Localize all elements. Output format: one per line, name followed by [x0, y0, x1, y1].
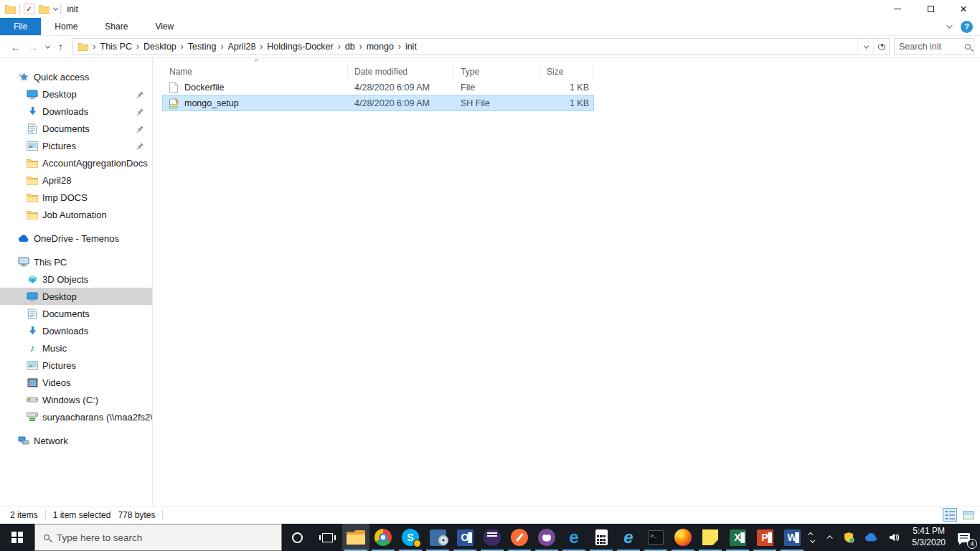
explorer-search-box[interactable]	[894, 38, 974, 55]
cortana-button[interactable]	[282, 524, 312, 551]
taskbar-app-calculator[interactable]	[588, 524, 615, 551]
refresh-button[interactable]	[873, 39, 889, 55]
breadcrumb-init[interactable]: init	[402, 42, 420, 52]
tab-home[interactable]: Home	[41, 18, 91, 35]
taskbar-app-sticky-notes[interactable]	[697, 524, 724, 551]
breadcrumb-april28[interactable]: April28	[224, 42, 259, 52]
sidebar-item-videos[interactable]: Videos	[0, 374, 152, 391]
task-view-button[interactable]	[312, 524, 342, 551]
column-header-size[interactable]: Size	[540, 64, 593, 79]
breadcrumb-db[interactable]: db	[341, 42, 359, 52]
main-area: Quick access Desktop Downloads Documents	[0, 58, 980, 506]
taskbar-app-outlook[interactable]: O	[451, 524, 479, 551]
taskbar-app-firefox[interactable]	[669, 524, 697, 551]
skype-status-badge	[413, 540, 421, 547]
taskbar-app-disc-utility[interactable]	[424, 524, 451, 551]
window-controls: ×	[881, 0, 980, 18]
details-view-toggle[interactable]	[943, 508, 957, 522]
breadcrumb-desktop[interactable]: Desktop	[140, 42, 180, 52]
qat-customize-dropdown[interactable]	[53, 6, 57, 10]
column-header-name[interactable]: Name	[163, 64, 348, 79]
breadcrumb-holdings-docker[interactable]: Holdings-Docker	[263, 42, 336, 52]
sidebar-item-this-pc-downloads[interactable]: Downloads	[0, 322, 152, 339]
column-headers: Name Date modified Type Size	[163, 64, 980, 79]
show-hidden-icons-button[interactable]	[824, 524, 838, 551]
taskbar-search-input[interactable]	[57, 532, 281, 543]
taskbar-app-powerpoint[interactable]: P	[751, 524, 778, 551]
sidebar-item-pictures[interactable]: Pictures	[0, 137, 152, 154]
new-folder-button[interactable]	[38, 4, 50, 15]
taskbar-app-file-explorer[interactable]	[342, 524, 369, 551]
sidebar-item-documents[interactable]: Documents	[0, 120, 152, 137]
restore-button[interactable]	[914, 0, 947, 18]
file-row-mongo-setup[interactable]: mongo_setup 4/28/2020 6:09 AM SH File 1 …	[163, 95, 593, 110]
column-header-date-modified[interactable]: Date modified	[348, 64, 454, 79]
taskbar-app-command-prompt[interactable]: >_	[642, 524, 669, 551]
taskbar-app-word[interactable]: W	[778, 524, 806, 551]
sidebar-item-april28[interactable]: April28	[0, 171, 152, 189]
taskbar-app-internet-explorer[interactable]: e	[615, 524, 642, 551]
sidebar-item-music[interactable]: ♪ Music	[0, 339, 152, 357]
start-button[interactable]	[0, 524, 34, 551]
breadcrumb-this-pc[interactable]: This PC	[97, 42, 136, 52]
sidebar-item-job-automation[interactable]: Job Automation	[0, 206, 152, 223]
taskbar-app-skype[interactable]: S	[397, 524, 424, 551]
sidebar-item-accountaggregationdocs[interactable]: AccountAggregationDocs	[0, 154, 152, 171]
taskbar-app-github-desktop[interactable]	[533, 524, 560, 551]
sidebar-item-downloads[interactable]: Downloads	[0, 103, 152, 120]
breadcrumb-testing[interactable]: Testing	[184, 42, 220, 52]
sidebar-item-network[interactable]: Network	[0, 432, 152, 449]
sidebar-item-desktop[interactable]: Desktop	[0, 85, 152, 103]
sidebar-item-quick-access[interactable]: Quick access	[0, 68, 152, 85]
tab-share[interactable]: Share	[91, 18, 141, 35]
minimize-button[interactable]	[881, 0, 914, 18]
back-button[interactable]: ←	[7, 41, 24, 53]
close-button[interactable]: ×	[947, 0, 980, 18]
address-bar[interactable]: › This PC › Desktop › Testing › April28 …	[72, 38, 890, 55]
pin-icon	[134, 88, 146, 100]
file-row-dockerfile[interactable]: Dockerfile 4/28/2020 6:09 AM File 1 KB	[163, 80, 593, 95]
scroll-down-icon[interactable]	[811, 537, 815, 542]
sidebar-item-label: Documents	[42, 309, 90, 319]
column-header-type[interactable]: Type	[454, 64, 540, 79]
onedrive-tray-icon[interactable]	[859, 524, 883, 551]
taskbar-app-eclipse[interactable]	[479, 524, 506, 551]
search-input[interactable]	[899, 42, 965, 52]
taskbar-clock[interactable]: 5:41 PM 5/3/2020	[905, 526, 952, 548]
taskbar-search-box[interactable]	[34, 524, 282, 551]
address-bar-row: ← → ↑ › This PC › Desktop › Testing › Ap…	[0, 36, 980, 58]
recent-locations-dropdown-icon[interactable]	[45, 43, 50, 47]
tab-file[interactable]: File	[0, 18, 41, 35]
volume-tray-icon[interactable]	[883, 524, 905, 551]
sidebar-item-network-drive[interactable]: suryaacharans (\\maa2fs2\hor	[0, 408, 152, 425]
search-icon	[44, 534, 50, 540]
sidebar-item-windows-c[interactable]: Windows (C:)	[0, 391, 152, 408]
security-shield-tray-icon[interactable]	[838, 524, 859, 551]
up-button[interactable]: ↑	[52, 41, 70, 52]
breadcrumb-mongo[interactable]: mongo	[363, 42, 397, 52]
sidebar-item-this-pc-documents[interactable]: Documents	[0, 305, 152, 322]
sidebar-item-this-pc-desktop[interactable]: Desktop	[0, 288, 152, 305]
taskbar-scroll-buttons[interactable]	[806, 524, 818, 551]
properties-button[interactable]: ✓	[24, 4, 34, 14]
scroll-up-icon[interactable]	[809, 532, 813, 537]
taskbar-app-edge[interactable]: e	[560, 524, 588, 551]
sidebar-item-this-pc-pictures[interactable]: Pictures	[0, 357, 152, 374]
address-history-dropdown[interactable]	[857, 39, 873, 55]
ribbon-collapse-icon[interactable]	[946, 22, 952, 28]
help-icon[interactable]: ?	[961, 21, 973, 33]
clock-date: 5/3/2020	[912, 537, 946, 549]
tab-view[interactable]: View	[141, 18, 187, 35]
sidebar-item-this-pc[interactable]: This PC	[0, 253, 152, 270]
large-icons-view-toggle[interactable]	[961, 508, 976, 522]
sidebar-item-imp-docs[interactable]: Imp DOCS	[0, 189, 152, 206]
sidebar-item-3d-objects[interactable]: 3D Objects	[0, 270, 152, 288]
taskbar-app-postman[interactable]	[506, 524, 533, 551]
taskbar-app-excel[interactable]: X	[724, 524, 751, 551]
sidebar-item-onedrive[interactable]: OneDrive - Temenos	[0, 230, 152, 247]
action-center-button[interactable]: 4	[952, 524, 980, 551]
taskbar-app-chrome[interactable]	[369, 524, 397, 551]
forward-button[interactable]: →	[24, 41, 42, 53]
sidebar-item-label: Quick access	[34, 72, 89, 83]
firefox-icon	[674, 529, 692, 546]
